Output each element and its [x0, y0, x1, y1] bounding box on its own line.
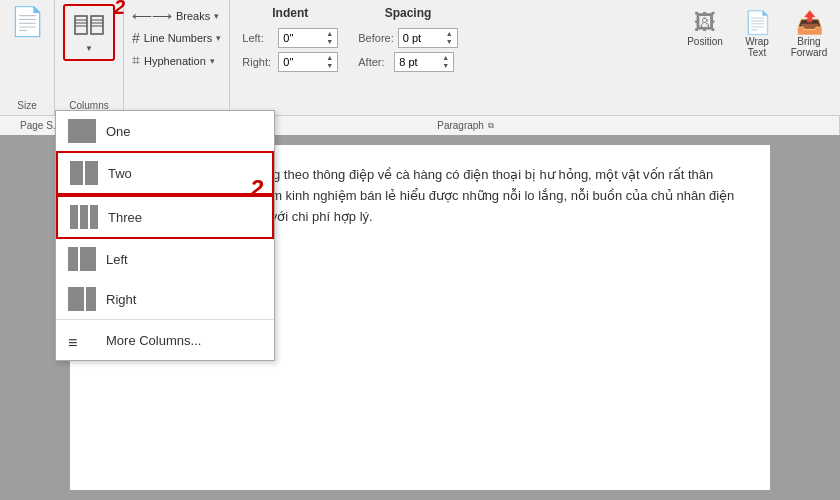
dropdown-item-left[interactable]: Left [56, 239, 274, 279]
svg-rect-1 [91, 16, 103, 34]
more-col-icon: ≡ [68, 328, 96, 352]
right-col-icon [68, 287, 96, 311]
indent-left-down[interactable]: ▼ [326, 38, 333, 46]
indent-right-value: 0" [283, 56, 293, 68]
svg-rect-0 [75, 16, 87, 34]
line-numbers-label: Line Numbers [144, 32, 212, 44]
spacing-before-spinner[interactable]: ▲ ▼ [446, 30, 453, 45]
indent-right-row: Right: 0" ▲ ▼ [242, 52, 338, 72]
ribbon-toolbar: 📄 Size ▼ [0, 0, 840, 115]
dropdown-item-right[interactable]: Right [56, 279, 274, 319]
indent-left-row: Left: 0" ▲ ▼ [242, 28, 338, 48]
bring-forward-icon: 📤 [796, 10, 823, 36]
spacing-after-label: After: [358, 56, 390, 68]
columns-dropdown: One Two Three Left Right [55, 110, 275, 361]
two-label: Two [108, 166, 132, 181]
indent-left-value: 0" [283, 32, 293, 44]
dropdown-item-more[interactable]: ≡ More Columns... [56, 319, 274, 360]
hyphenation-icon: ⌗ [132, 52, 140, 69]
badge-2: 2 [250, 175, 263, 203]
spacing-before-value: 0 pt [403, 32, 421, 44]
spacing-after-input[interactable]: 8 pt ▲ ▼ [394, 52, 454, 72]
wrap-text-label: WrapText [745, 36, 769, 58]
size-button[interactable]: 📄 [4, 4, 51, 40]
dropdown-item-three[interactable]: Three [56, 195, 274, 239]
position-label: Position [687, 36, 723, 47]
columns-button[interactable]: ▼ [67, 8, 111, 57]
spacing-before-down[interactable]: ▼ [446, 38, 453, 46]
spacing-before-up[interactable]: ▲ [446, 30, 453, 38]
three-label: Three [108, 210, 142, 225]
line-numbers-chevron: ▾ [216, 33, 221, 43]
indent-right-down[interactable]: ▼ [326, 62, 333, 70]
indent-right-up[interactable]: ▲ [326, 54, 333, 62]
columns-group: ▼ 2 Columns [55, 0, 124, 115]
spacing-after-spinner[interactable]: ▲ ▼ [442, 54, 449, 69]
right-icons: 🖼 Position 📄 WrapText 📤 BringForward [674, 0, 840, 115]
columns-icon [73, 12, 105, 44]
hyphenation-row[interactable]: ⌗ Hyphenation ▾ [132, 50, 215, 71]
spacing-after-value: 8 pt [399, 56, 417, 68]
indent-left-input[interactable]: 0" ▲ ▼ [278, 28, 338, 48]
bring-forward-button[interactable]: 📤 BringForward [784, 6, 834, 62]
spacing-after-down[interactable]: ▼ [442, 62, 449, 70]
spacing-after-row: After: 8 pt ▲ ▼ [358, 52, 457, 72]
spacing-before-input[interactable]: 0 pt ▲ ▼ [398, 28, 458, 48]
spacing-before-row: Before: 0 pt ▲ ▼ [358, 28, 457, 48]
left-label: Left [106, 252, 128, 267]
left-col-icon [68, 247, 96, 271]
size-group: 📄 Size [0, 0, 55, 115]
columns-button-wrap: ▼ 2 [63, 4, 115, 61]
more-label: More Columns... [106, 333, 201, 348]
line-numbers-icon: # [132, 30, 140, 46]
right-label: Right [106, 292, 136, 307]
indent-left-spinner[interactable]: ▲ ▼ [326, 30, 333, 45]
indent-left-up[interactable]: ▲ [326, 30, 333, 38]
spacing-col: Spacing Before: 0 pt ▲ ▼ After: 8 pt [358, 6, 457, 72]
indent-col: Indent Left: 0" ▲ ▼ Right: 0" [242, 6, 338, 72]
paragraph-expand-icon[interactable]: ⧉ [488, 121, 494, 131]
columns-label: Columns [69, 96, 108, 111]
two-col-icon [70, 161, 98, 185]
dropdown-item-two[interactable]: Two [56, 151, 274, 195]
indent-spacing-group: Indent Left: 0" ▲ ▼ Right: 0" [230, 0, 469, 115]
breaks-label: Breaks [176, 10, 210, 22]
dropdown-item-one[interactable]: One [56, 111, 274, 151]
hyphenation-label: Hyphenation [144, 55, 206, 67]
spacing-before-label: Before: [358, 32, 393, 44]
breaks-icon: ⟵⟶ [132, 8, 172, 24]
spacing-title: Spacing [358, 6, 457, 20]
line-numbers-row[interactable]: # Line Numbers ▾ [132, 28, 221, 48]
one-label: One [106, 124, 131, 139]
hyphenation-chevron: ▾ [210, 56, 215, 66]
spacing-after-up[interactable]: ▲ [442, 54, 449, 62]
one-col-icon [68, 119, 96, 143]
breaks-chevron: ▾ [214, 11, 219, 21]
size-label: Size [17, 96, 36, 111]
indent-right-spinner[interactable]: ▲ ▼ [326, 54, 333, 69]
indent-title: Indent [242, 6, 338, 20]
indent-right-label: Right: [242, 56, 274, 68]
three-col-icon [70, 205, 98, 229]
position-icon: 🖼 [694, 10, 716, 36]
wrap-text-icon: 📄 [744, 10, 771, 36]
page-setup-group: ⟵⟶ Breaks ▾ # Line Numbers ▾ ⌗ Hyphenati… [124, 0, 230, 115]
wrap-text-button[interactable]: 📄 WrapText [732, 6, 782, 62]
breaks-row[interactable]: ⟵⟶ Breaks ▾ [132, 6, 219, 26]
position-button[interactable]: 🖼 Position [680, 6, 730, 51]
size-icon: 📄 [10, 8, 45, 36]
indent-right-input[interactable]: 0" ▲ ▼ [278, 52, 338, 72]
bring-forward-label: BringForward [791, 36, 828, 58]
indent-left-label: Left: [242, 32, 274, 44]
